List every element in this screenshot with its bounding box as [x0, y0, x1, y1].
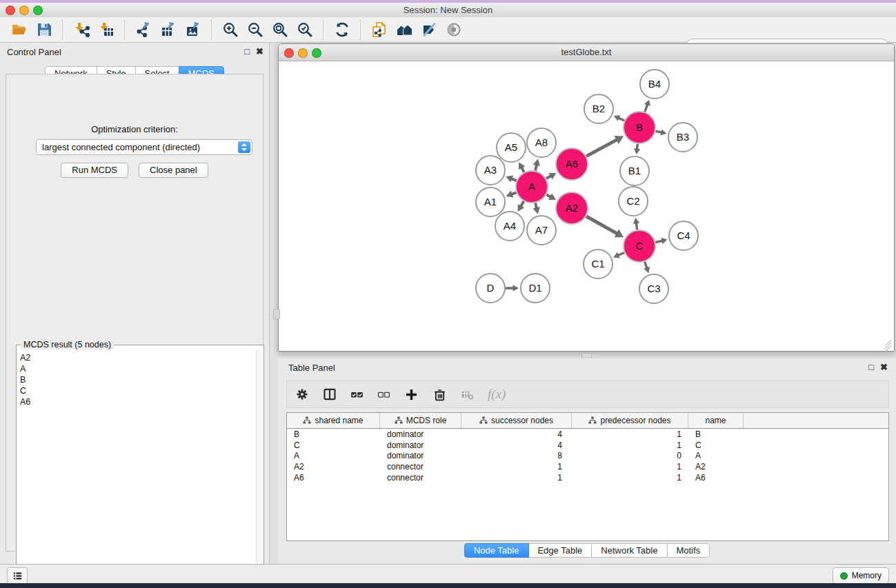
table-cell[interactable]: 8: [461, 450, 572, 461]
graph-edge-A-A5[interactable]: [519, 162, 526, 172]
save-session-icon[interactable]: [32, 19, 57, 41]
table-cell[interactable]: A2: [287, 461, 380, 472]
graph-node-A5[interactable]: A5: [497, 133, 526, 162]
table-cell[interactable]: dominator: [380, 440, 461, 451]
graph-edge-C-C4[interactable]: [655, 238, 667, 244]
mcds-result-item[interactable]: A6: [20, 396, 257, 407]
close-panel-icon[interactable]: ✖: [880, 362, 888, 372]
columns-icon[interactable]: [323, 387, 337, 401]
table-cell[interactable]: 1: [572, 429, 688, 440]
tab-edge-table[interactable]: Edge Table: [528, 543, 592, 558]
graph-node-A7[interactable]: A7: [527, 216, 556, 245]
network-canvas[interactable]: B4B2BB3A8A5A6B1A3AC2A1A2A4A7C4CC1C3DD1: [279, 61, 893, 351]
table-cell[interactable]: B: [688, 429, 744, 440]
graph-node-C[interactable]: C: [624, 230, 655, 262]
window-resize-grip[interactable]: [884, 341, 893, 349]
table-cell[interactable]: connector: [380, 472, 461, 483]
table-cell[interactable]: B: [287, 429, 380, 440]
export-table-icon[interactable]: [156, 19, 181, 41]
graph-node-B1[interactable]: B1: [620, 156, 649, 185]
column-header-name[interactable]: name: [688, 413, 744, 428]
graph-node-A1[interactable]: A1: [476, 187, 505, 216]
graph-node-A8[interactable]: A8: [527, 128, 556, 157]
graph-edge-A-A6[interactable]: [546, 173, 557, 179]
graph-node-C4[interactable]: C4: [669, 221, 698, 250]
select-all-icon[interactable]: [350, 388, 364, 401]
graph-edge-D-D1[interactable]: [506, 285, 519, 291]
graph-edge-A-A1[interactable]: [506, 190, 517, 197]
table-cell[interactable]: 1: [461, 472, 572, 483]
graph-edge-A-A8[interactable]: [533, 159, 541, 170]
close-panel-icon[interactable]: ✖: [256, 46, 263, 57]
memory-button[interactable]: Memory: [833, 567, 889, 584]
graph-edge-A-A7[interactable]: [532, 203, 540, 214]
graph-node-A6[interactable]: A6: [556, 148, 588, 180]
open-session-icon[interactable]: [7, 19, 32, 41]
graph-node-D[interactable]: D: [476, 274, 505, 303]
table-cell[interactable]: 4: [461, 429, 572, 440]
delete-row-icon[interactable]: [432, 387, 447, 402]
graph-node-A2[interactable]: A2: [556, 192, 588, 224]
table-cell[interactable]: 1: [572, 440, 688, 451]
column-header-successor-nodes[interactable]: successor nodes: [461, 413, 572, 428]
graph-edge-C-C1[interactable]: [613, 252, 624, 258]
graph-node-A4[interactable]: A4: [495, 212, 524, 241]
table-cell[interactable]: 4: [461, 440, 572, 451]
table-cell[interactable]: A2: [688, 461, 744, 472]
split-divider-vertical-thumb[interactable]: [273, 309, 280, 319]
graph-edge-B-B4[interactable]: [644, 100, 650, 112]
eye-icon[interactable]: [441, 19, 466, 41]
graph-node-B3[interactable]: B3: [668, 123, 697, 152]
hide-graphics-details-icon[interactable]: [417, 19, 441, 41]
column-header-predecessor-nodes[interactable]: predecessor nodes: [572, 413, 688, 428]
clone-network-icon[interactable]: [367, 19, 392, 41]
table-cell[interactable]: 1: [572, 461, 688, 472]
graph-edge-A2-C[interactable]: [586, 216, 624, 238]
table-cell[interactable]: C: [287, 440, 380, 451]
mcds-result-item[interactable]: C: [20, 385, 257, 396]
graph-edge-B-B2[interactable]: [614, 115, 624, 121]
float-panel-icon[interactable]: □: [244, 46, 250, 57]
deselect-all-icon[interactable]: [377, 388, 390, 401]
column-header-MCDS-role[interactable]: MCDS role: [380, 413, 461, 428]
graph-edge-C-C2[interactable]: [633, 218, 639, 230]
mcds-result-item[interactable]: B: [20, 374, 257, 385]
table-row[interactable]: Cdominator41C: [287, 440, 888, 451]
close-panel-button[interactable]: Close panel: [139, 163, 208, 178]
graph-node-B[interactable]: B: [624, 112, 655, 143]
tab-node-table[interactable]: Node Table: [464, 543, 529, 558]
table-cell[interactable]: A: [287, 450, 380, 461]
table-cell[interactable]: A6: [287, 472, 380, 483]
export-image-icon[interactable]: [181, 19, 206, 41]
home-icon[interactable]: [392, 19, 417, 41]
column-header-shared-name[interactable]: shared name: [287, 413, 380, 428]
table-cell[interactable]: dominator: [380, 450, 461, 461]
graph-node-C1[interactable]: C1: [584, 250, 613, 278]
graph-edge-A-A4[interactable]: [518, 201, 525, 212]
tab-motifs[interactable]: Motifs: [666, 543, 710, 558]
graph-edge-B-B1[interactable]: [634, 144, 640, 154]
graph-edge-A-A2[interactable]: [546, 194, 556, 201]
table-cell[interactable]: connector: [380, 461, 461, 472]
table-cell[interactable]: dominator: [380, 429, 461, 440]
export-network-icon[interactable]: [131, 19, 156, 41]
refresh-layout-icon[interactable]: [330, 19, 355, 41]
network-window-titlebar[interactable]: testGlobe.txt: [279, 44, 894, 61]
tab-network-table[interactable]: Network Table: [591, 543, 667, 558]
graph-node-C2[interactable]: C2: [619, 187, 648, 216]
run-mcds-button[interactable]: Run MCDS: [61, 163, 128, 178]
zoom-selected-icon[interactable]: [292, 19, 317, 41]
mcds-result-item[interactable]: A2: [20, 352, 257, 363]
graph-node-A[interactable]: A: [516, 171, 548, 203]
table-cell[interactable]: 0: [572, 450, 688, 461]
table-cell[interactable]: A6: [688, 472, 744, 483]
table-row[interactable]: A6connector11A6: [287, 472, 888, 483]
graph-edge-A-A3[interactable]: [506, 176, 516, 183]
zoom-in-icon[interactable]: [218, 19, 243, 41]
task-history-button[interactable]: [7, 567, 28, 585]
criterion-dropdown[interactable]: largest connected component (directed): [36, 139, 252, 155]
table-row[interactable]: A2connector11A2: [287, 461, 888, 472]
float-panel-icon[interactable]: □: [868, 362, 874, 372]
add-row-icon[interactable]: [404, 387, 419, 402]
graph-node-C3[interactable]: C3: [639, 274, 668, 303]
